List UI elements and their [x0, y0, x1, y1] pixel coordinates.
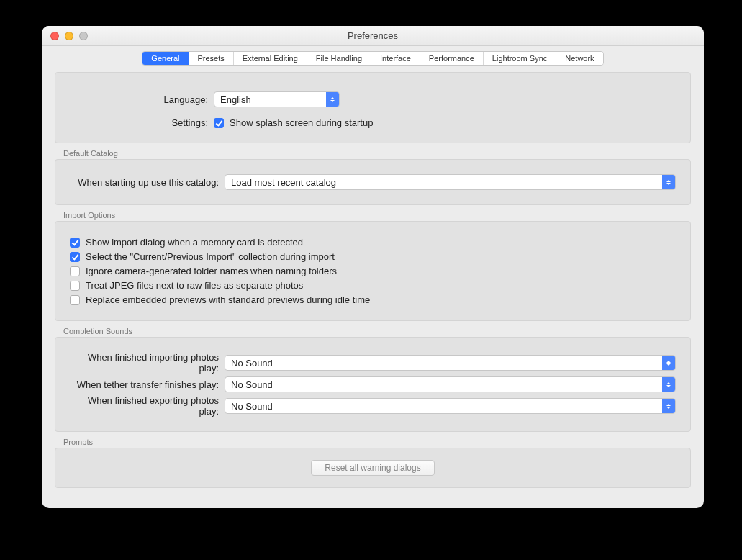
panel-prompts: Reset all warning dialogs — [55, 448, 691, 488]
stepper-icon — [662, 175, 675, 189]
sound-tether-value: No Sound — [231, 379, 273, 390]
import-opt-1-label: Select the "Current/Previous Import" col… — [86, 251, 335, 262]
panel-default-catalog: When starting up use this catalog: Load … — [55, 159, 691, 205]
import-opt-1-checkbox[interactable] — [70, 252, 80, 262]
startup-catalog-label: When starting up use this catalog: — [70, 177, 225, 188]
sound-export-select[interactable]: No Sound — [225, 398, 676, 414]
panel-completion-sounds: When finished importing photos play: No … — [55, 337, 691, 432]
window-title: Preferences — [42, 30, 704, 41]
tabs-segmented: General Presets External Editing File Ha… — [142, 51, 603, 66]
section-default-catalog: Default Catalog — [63, 149, 691, 158]
splash-checkbox[interactable] — [214, 118, 224, 128]
import-opt-3-label: Treat JPEG files next to raw files as se… — [86, 280, 303, 291]
language-select[interactable]: English — [214, 91, 340, 107]
import-opt-2-checkbox[interactable] — [70, 266, 80, 276]
sound-import-label: When finished importing photos play: — [70, 352, 225, 374]
reset-warnings-button[interactable]: Reset all warning dialogs — [311, 460, 434, 476]
sound-import-select[interactable]: No Sound — [225, 355, 676, 371]
tab-presets[interactable]: Presets — [189, 52, 234, 65]
close-icon[interactable] — [50, 32, 59, 40]
sound-import-value: No Sound — [231, 358, 273, 369]
tab-general[interactable]: General — [142, 52, 189, 65]
stepper-icon — [662, 399, 675, 413]
startup-catalog-select[interactable]: Load most recent catalog — [225, 174, 676, 190]
stepper-icon — [662, 377, 675, 392]
titlebar: Preferences — [42, 26, 704, 46]
import-opt-4-label: Replace embedded previews with standard … — [86, 294, 370, 305]
tab-lightroom-sync[interactable]: Lightroom Sync — [484, 52, 556, 65]
splash-checkbox-label: Show splash screen during startup — [230, 117, 373, 128]
preferences-window: Preferences General Presets External Edi… — [42, 26, 704, 508]
tab-interface[interactable]: Interface — [371, 52, 420, 65]
section-import-options: Import Options — [63, 211, 691, 220]
section-prompts: Prompts — [63, 438, 691, 446]
tab-performance[interactable]: Performance — [420, 52, 484, 65]
language-label: Language: — [70, 94, 214, 105]
stepper-icon — [662, 356, 675, 370]
panel-import-options: Show import dialog when a memory card is… — [55, 221, 691, 321]
section-completion-sounds: Completion Sounds — [63, 327, 691, 335]
startup-catalog-value: Load most recent catalog — [231, 177, 336, 188]
stepper-icon — [326, 92, 339, 107]
tab-external-editing[interactable]: External Editing — [234, 52, 307, 65]
language-value: English — [220, 94, 251, 105]
import-opt-4-checkbox[interactable] — [70, 295, 80, 305]
sound-tether-label: When tether transfer finishes play: — [70, 379, 225, 390]
import-opt-0-checkbox[interactable] — [70, 238, 80, 248]
sound-tether-select[interactable]: No Sound — [225, 376, 676, 392]
tab-network[interactable]: Network — [556, 52, 602, 65]
content-area: Language: English Settings: Show splash … — [42, 66, 704, 507]
import-opt-3-checkbox[interactable] — [70, 281, 80, 291]
minimize-icon[interactable] — [65, 32, 73, 40]
panel-general-top: Language: English Settings: Show splash … — [55, 72, 691, 143]
import-opt-0-label: Show import dialog when a memory card is… — [86, 237, 303, 248]
tab-file-handling[interactable]: File Handling — [307, 52, 371, 65]
settings-label: Settings: — [70, 117, 214, 128]
traffic-lights — [42, 32, 88, 40]
tab-bar: General Presets External Editing File Ha… — [42, 46, 704, 66]
import-opt-2-label: Ignore camera-generated folder names whe… — [86, 266, 337, 276]
maximize-icon[interactable] — [79, 32, 88, 40]
sound-export-label: When finished exporting photos play: — [70, 395, 225, 417]
sound-export-value: No Sound — [231, 401, 273, 412]
